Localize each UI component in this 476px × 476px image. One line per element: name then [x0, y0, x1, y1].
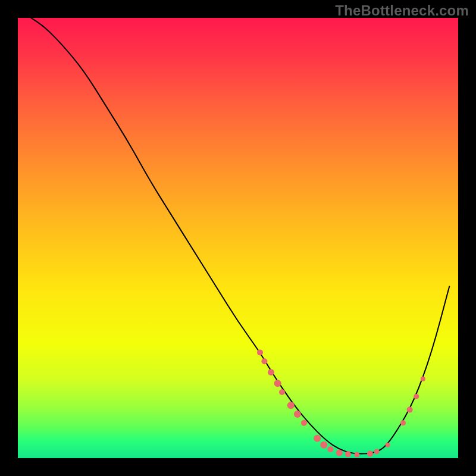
- curve-marker: [268, 369, 274, 375]
- curve-marker: [414, 394, 419, 399]
- curve-marker: [314, 435, 321, 442]
- curve-marker: [301, 420, 307, 426]
- curve-marker: [279, 389, 285, 395]
- curve-marker: [327, 446, 333, 452]
- curve-marker: [294, 411, 301, 418]
- plot-area: [18, 18, 458, 458]
- curve-marker: [345, 451, 351, 457]
- curve-marker: [287, 402, 295, 409]
- curve-marker: [320, 441, 327, 449]
- curve-marker: [257, 349, 263, 355]
- curve-marker: [354, 452, 359, 458]
- curve-marker: [400, 420, 406, 425]
- curve-marker: [336, 450, 343, 456]
- curve-marker: [261, 358, 267, 364]
- curve-marker: [274, 380, 281, 387]
- curve-marker: [374, 449, 380, 454]
- curve-marker: [407, 407, 413, 413]
- chart-container: TheBottleneck.com: [0, 0, 476, 476]
- curve-marker: [386, 443, 390, 447]
- chart-svg: [18, 18, 458, 458]
- bottleneck-curve: [31, 18, 449, 454]
- watermark-text: TheBottleneck.com: [335, 2, 469, 19]
- curve-marker: [367, 451, 373, 457]
- curve-marker: [421, 377, 425, 381]
